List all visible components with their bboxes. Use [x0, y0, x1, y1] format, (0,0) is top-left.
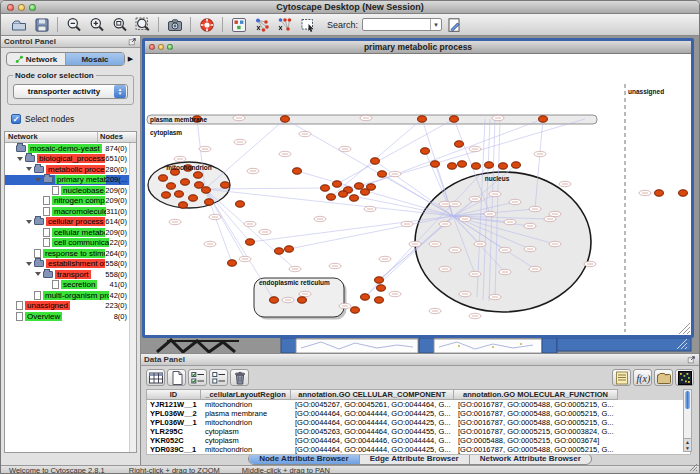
tree-column-network[interactable]: Network — [5, 132, 98, 142]
tree-row[interactable]: metabolic process280(0) — [5, 164, 136, 175]
frame-zoom-icon[interactable] — [167, 44, 173, 50]
snapshot-icon[interactable] — [163, 16, 186, 34]
table-cell[interactable]: [GO:0044464, GO:0044444, GO:0044425, G..… — [292, 409, 455, 418]
scrollbar-thumb[interactable] — [685, 391, 690, 409]
tree-row[interactable]: transport558(0) — [5, 269, 136, 280]
zoom-fit-icon[interactable] — [108, 16, 131, 34]
select-attributes-icon[interactable] — [188, 369, 207, 386]
tab-overflow-icon[interactable]: ▶ — [125, 52, 136, 66]
table-cell[interactable]: [GO:0016787, GO:0005488, GO:0005215, G..… — [455, 409, 619, 418]
table-row[interactable]: YKR052Ccytoplasm[GO:0044464, GO:0044446,… — [147, 436, 690, 445]
column-id[interactable]: ID — [146, 389, 201, 400]
expander-icon[interactable] — [26, 167, 32, 171]
table-cell[interactable]: YKR052C — [147, 436, 202, 445]
column-go-molecular-function[interactable]: annotation.GO MOLECULAR_FUNCTION — [454, 389, 618, 400]
table-cell[interactable]: [GO:0005488, GO:0005215, GO:0003674] — [455, 436, 619, 445]
tree-row[interactable]: cellular metabo209(0) — [5, 227, 136, 238]
layout-edges-icon[interactable] — [273, 16, 296, 34]
new-attribute-icon[interactable] — [167, 369, 186, 386]
tree-row[interactable]: unassigned223(0) — [5, 301, 136, 312]
expander-icon[interactable] — [17, 157, 23, 161]
table-cell[interactable]: mitochondrion — [202, 418, 292, 427]
attribute-table-icon[interactable] — [146, 369, 165, 386]
notes-icon[interactable] — [612, 369, 631, 386]
select-mode-icon[interactable] — [296, 16, 319, 34]
column-go-cellular-component[interactable]: annotation.GO CELLULAR_COMPONENT — [291, 389, 454, 400]
tab-network-attribute-browser[interactable]: Network Attribute Browser — [470, 454, 591, 464]
tree-row[interactable]: primary metabo209(... — [5, 175, 136, 186]
table-cell[interactable]: YDR039C__1 — [147, 445, 202, 454]
table-cell[interactable]: mitochondrion — [202, 400, 292, 409]
table-cell[interactable]: [GO:0016787, GO:0005488, GO:0005215, G..… — [455, 418, 619, 427]
zoom-out-icon[interactable] — [62, 16, 85, 34]
import-attributes-icon[interactable] — [654, 369, 673, 386]
table-cell[interactable]: mitochondrion — [202, 445, 292, 454]
table-scrollbar[interactable]: ▲▼ — [683, 389, 692, 452]
table-row[interactable]: YDR039C__1mitochondrion[GO:0044464, GO:0… — [147, 445, 690, 454]
column-cellular-layout-region[interactable]: _cellularLayoutRegion — [201, 389, 291, 400]
table-cell[interactable]: [GO:0044464, GO:0044446, GO:0044444, G..… — [292, 436, 455, 445]
search-text-field[interactable] — [363, 20, 430, 29]
tree-row[interactable]: establishment of lo558(0) — [5, 259, 136, 270]
window-titlebar[interactable]: Cytoscape Desktop (New Session) — [1, 1, 699, 14]
search-config-icon[interactable] — [442, 16, 465, 34]
table-cell[interactable]: YLR295C — [147, 427, 202, 436]
table-cell[interactable]: YPL036W__2 — [147, 409, 202, 418]
tree-column-nodes[interactable]: Nodes — [98, 132, 136, 142]
network-view-window[interactable]: primary metabolic process plasma membran… — [142, 38, 694, 338]
function-builder-icon[interactable]: f(x) — [633, 369, 652, 386]
tree-row[interactable]: Overview8(0) — [5, 311, 136, 322]
table-cell[interactable]: cytoplasm — [202, 436, 292, 445]
tree-row[interactable]: secretion41(0) — [5, 280, 136, 291]
tab-network[interactable]: Network — [7, 53, 66, 65]
table-row[interactable]: YLR295Ccytoplasm[GO:0045263, GO:0044464,… — [147, 427, 690, 436]
save-session-icon[interactable] — [30, 16, 53, 34]
tree-row[interactable]: biological_process651(0) — [5, 154, 136, 165]
tab-edge-attribute-browser[interactable]: Edge Attribute Browser — [360, 454, 470, 464]
tree-row[interactable]: multi-organism pro42(0) — [5, 290, 136, 301]
tree-row[interactable]: nitrogen compo209(0) — [5, 196, 136, 207]
zoom-window-icon[interactable] — [29, 4, 36, 11]
network-canvas[interactable]: plasma membranecytoplasmmitochondrionnuc… — [145, 54, 691, 335]
tree-row[interactable]: macromolecule311(0) — [5, 206, 136, 217]
table-cell[interactable]: plasma membrane — [202, 409, 292, 418]
tree-row[interactable]: nucleobase-c209(0) — [5, 185, 136, 196]
attribute-matrix-icon[interactable] — [675, 369, 694, 386]
table-cell[interactable]: [GO:0016787, GO:0005215, GO:0003824, G..… — [455, 427, 619, 436]
close-icon[interactable] — [7, 4, 14, 11]
frame-close-icon[interactable] — [149, 44, 155, 50]
open-file-icon[interactable] — [7, 16, 30, 34]
resize-grip-icon[interactable] — [689, 463, 698, 474]
search-input[interactable]: ▾ — [362, 18, 442, 31]
tree-scrollbar[interactable] — [129, 143, 136, 452]
float-panel-icon[interactable] — [128, 37, 137, 46]
table-cell[interactable]: [GO:0044464, GO:0044444, GO:0044425, G..… — [292, 418, 455, 427]
vizmapper-icon[interactable] — [227, 16, 250, 34]
expander-icon[interactable] — [35, 178, 41, 182]
table-cell[interactable]: [GO:0044464, GO:0044444, GO:0044425, G..… — [292, 445, 455, 454]
chevron-down-icon[interactable]: ▾ — [430, 19, 441, 30]
table-cell[interactable]: [GO:0016787, GO:0005488, GO:0005215, G..… — [455, 400, 619, 409]
node-color-dropdown[interactable]: transporter activity ▲▼ — [13, 84, 128, 99]
table-cell[interactable]: [GO:0045267, GO:0045261, GO:0044464, G..… — [292, 400, 455, 409]
table-cell[interactable]: YPL036W__1 — [147, 418, 202, 427]
network-view-titlebar[interactable]: primary metabolic process — [145, 41, 691, 54]
layout-nodes-icon[interactable] — [250, 16, 273, 34]
table-cell[interactable]: [GO:0045263, GO:0044464, GO:0044455, G..… — [292, 427, 455, 436]
table-row[interactable]: YJR121W__1mitochondrion[GO:0045267, GO:0… — [147, 400, 690, 409]
table-cell[interactable]: YJR121W__1 — [147, 400, 202, 409]
zoom-in-icon[interactable] — [85, 16, 108, 34]
select-nodes-checkbox[interactable]: ✓ — [11, 114, 21, 124]
tree-row[interactable]: cell communicat22(0) — [5, 238, 136, 249]
table-row[interactable]: YPL036W__2plasma membrane[GO:0044464, GO… — [147, 409, 690, 418]
tree-row[interactable]: response to stimulu264(0) — [5, 248, 136, 259]
zoom-selected-icon[interactable] — [131, 16, 154, 34]
scrollbar-arrows[interactable]: ▲▼ — [684, 438, 691, 451]
expander-icon[interactable] — [26, 262, 32, 266]
float-data-panel-icon[interactable] — [687, 355, 696, 364]
table-cell[interactable]: [GO:0016787, GO:0005488, GO:0005215, G..… — [455, 445, 619, 454]
expander-icon[interactable] — [35, 272, 41, 276]
table-row[interactable]: YPL036W__1mitochondrion[GO:0044464, GO:0… — [147, 418, 690, 427]
tab-mosaic[interactable]: Mosaic — [66, 53, 124, 65]
frame-minimize-icon[interactable] — [158, 44, 164, 50]
